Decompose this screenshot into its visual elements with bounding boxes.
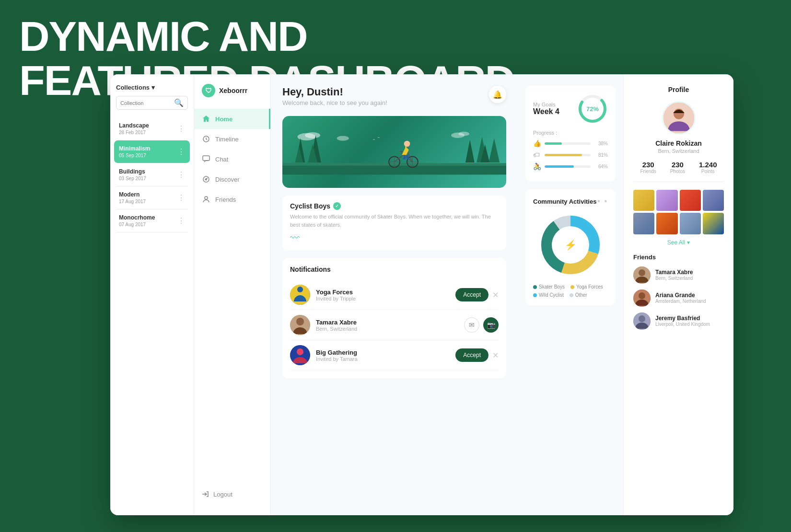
search-input[interactable] [120, 100, 172, 106]
svg-point-3 [205, 197, 208, 199]
photo-thumbnail[interactable] [656, 190, 677, 211]
dots-icon[interactable]: ⋮ [177, 216, 185, 225]
avatar [290, 285, 310, 305]
like-icon: 👍 [533, 139, 541, 147]
collection-panel: Collections ▾ 🔍 Landscape 28 Feb 2017 ⋮ … [110, 74, 194, 515]
photo-thumbnail[interactable] [680, 213, 701, 234]
sidebar-item-timeline[interactable]: Timeline [194, 129, 270, 149]
list-item[interactable]: Buildings 03 Sep 2017 ⋮ [116, 163, 188, 186]
goals-info: My Goals Week 4 [533, 102, 559, 116]
svg-rect-1 [203, 156, 209, 161]
list-item[interactable]: Landscape 28 Feb 2017 ⋮ [116, 117, 188, 140]
notifications-title: Notifications [290, 266, 499, 273]
points-stat: 1.240 Points [699, 161, 717, 174]
list-item[interactable]: Minimalism 05 Sep 2017 ⋮ [114, 140, 190, 163]
sidebar-item-discover[interactable]: Discover [194, 169, 270, 189]
bike-icon: 🚴 [533, 162, 541, 170]
accept-button[interactable]: Accept [455, 288, 489, 301]
svg-text:⚡: ⚡ [565, 239, 577, 251]
goals-donut: 72% [577, 93, 608, 124]
notifications-section: Notifications Yoga Forces Invited by Tri… [282, 258, 506, 378]
list-item[interactable]: Monocrhome 07 Aug 2017 ⋮ [116, 209, 188, 232]
progress-row: 🏷 81% [533, 151, 608, 159]
community-description: Welcome to the official community of Ska… [290, 213, 499, 229]
svg-point-37 [296, 318, 304, 325]
profile-name: Claire Rokizan [633, 139, 724, 147]
legend-item: Skater Boys [533, 284, 565, 289]
page-title: Hey, Dustin! [282, 86, 387, 98]
dots-icon[interactable]: ⋮ [177, 147, 185, 156]
wave-icon: 〰 [290, 232, 499, 243]
svg-point-55 [639, 315, 645, 322]
message-button[interactable]: ✉ [464, 317, 479, 333]
page-subtitle: Welcome back, nice to see you again! [282, 99, 387, 106]
community-card: Cyclist Boys ✓ Welcome to the official c… [282, 196, 506, 250]
community-name: Cyclist Boys ✓ [290, 202, 499, 210]
person-icon [202, 195, 210, 204]
community-activities-legend: Skater Boys Yoga Forces Wild Cyclist Oth… [533, 284, 608, 298]
photo-thumbnail[interactable] [633, 213, 654, 234]
community-activities-card: Community Activities • • [525, 189, 616, 305]
goals-percentage: 72% [586, 105, 599, 113]
avatar [633, 289, 651, 307]
friend-info: Ariana Grande Amsterdam, Netherland [655, 292, 706, 304]
search-icon: 🔍 [174, 98, 184, 107]
progress-bar [545, 154, 591, 156]
legend-item: Wild Cyclist [533, 292, 564, 298]
avatar [633, 266, 651, 284]
dots-icon[interactable]: ⋮ [177, 193, 185, 202]
video-button[interactable]: 📷 [483, 317, 499, 333]
profile-stats: 230 Friends 230 Photos 1.240 Points [633, 161, 724, 182]
sidebar-item-chat[interactable]: Chat [194, 149, 270, 169]
progress-bar [545, 142, 591, 145]
sidebar-item-friends[interactable]: Friends [194, 189, 270, 209]
avatar [290, 315, 310, 335]
svg-point-35 [297, 287, 303, 292]
logout-button[interactable]: Logout [194, 483, 270, 506]
legend-item: Other [570, 292, 587, 298]
photo-thumbnail[interactable] [633, 190, 654, 211]
dismiss-button[interactable]: ✕ [492, 351, 499, 360]
collection-search[interactable]: 🔍 [116, 96, 188, 110]
hero-banner [282, 116, 506, 188]
progress-bar [545, 165, 591, 168]
main-header: Hey, Dustin! Welcome back, nice to see y… [282, 86, 506, 106]
svg-point-53 [639, 292, 645, 299]
notification-actions: Accept ✕ [455, 288, 499, 301]
svg-marker-14 [465, 140, 475, 162]
friends-section-title: Friends [633, 254, 724, 261]
dots-icon[interactable]: ⋮ [177, 170, 185, 179]
dismiss-button[interactable]: ✕ [492, 290, 499, 300]
friend-item: Ariana Grande Amsterdam, Netherland [633, 289, 724, 307]
notification-item: Tamara Xabre Bern, Switzerland ✉ 📷 [290, 310, 499, 340]
sidebar: 🛡 Xeboorrr Home Timeline Chat Discove [194, 74, 271, 515]
svg-point-39 [297, 348, 303, 355]
dots-icon[interactable]: ⋮ [177, 124, 185, 133]
notification-bell-button[interactable]: 🔔 [489, 86, 506, 103]
progress-section: Progress : 👍 38% 🏷 81% 🚴 [533, 130, 608, 170]
photo-thumbnail[interactable] [703, 190, 724, 211]
sidebar-item-home[interactable]: Home [194, 109, 270, 129]
goals-card: My Goals Week 4 72% Progress : 👍 [525, 86, 616, 182]
profile-location: Bern, Switzerland [633, 148, 724, 154]
more-options-icon[interactable]: • • [597, 197, 608, 206]
svg-point-6 [337, 136, 349, 141]
legend-item: Yoga Forces [570, 284, 603, 289]
photo-thumbnail[interactable] [703, 213, 724, 234]
svg-marker-17 [489, 139, 500, 162]
notification-actions: ✉ 📷 [464, 317, 499, 333]
see-all-button[interactable]: See All ▾ [633, 239, 724, 246]
avatar [633, 312, 651, 330]
verified-badge: ✓ [333, 202, 341, 210]
profile-panel: Profile Claire Rokizan Bern, Switzerland… [623, 74, 733, 515]
chevron-down-icon: ▾ [687, 239, 690, 246]
community-activities-chart: ⚡ [533, 211, 608, 278]
photo-thumbnail[interactable] [680, 190, 701, 211]
svg-point-8 [458, 132, 469, 136]
accept-button[interactable]: Accept [455, 348, 489, 362]
list-item[interactable]: Modern 17 Aug 2017 ⋮ [116, 186, 188, 209]
photos-stat: 230 Photos [670, 161, 685, 174]
photo-thumbnail[interactable] [656, 213, 677, 234]
logo: 🛡 Xeboorrr [194, 84, 270, 109]
home-icon [202, 115, 210, 123]
